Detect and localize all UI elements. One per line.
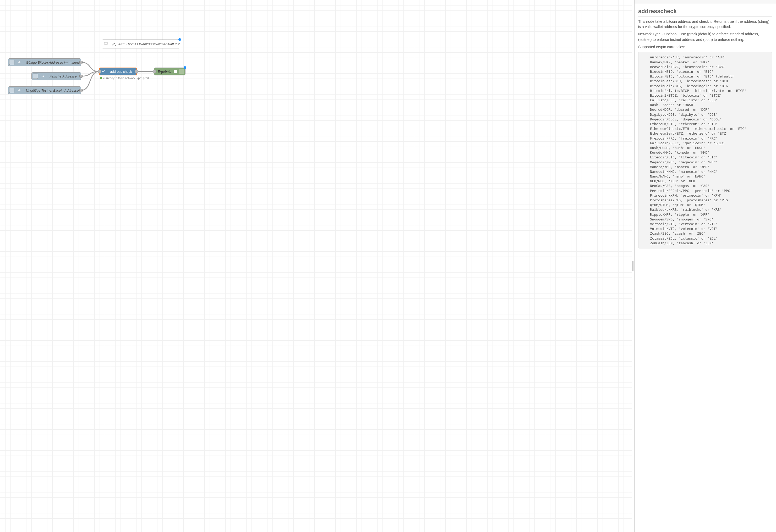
sidebar-tab-strip[interactable] [634,0,776,4]
inject-label: Falsche Addresse [47,74,81,78]
comment-node[interactable]: (c) 2021 Thomas Wenzlaff www.wenzlaff.in… [102,39,180,48]
help-content[interactable]: addresscheck This node take a bitcoin ad… [634,4,776,532]
wires [0,0,632,532]
debug-node[interactable]: Ergebnis [154,67,186,75]
debug-label: Ergebnis [154,70,174,73]
splitter-grip-icon [632,261,633,271]
output-port[interactable] [79,89,82,92]
comment-icon [102,40,110,48]
arrow-right-icon [39,72,47,80]
inject-node-invalid[interactable]: Falsche Addresse [31,72,81,80]
output-port[interactable] [79,61,82,64]
inject-trigger-button[interactable] [9,60,14,65]
inject-label: Ungültige Testnet Bitcoin Addresse [23,88,81,92]
help-paragraph: Network Type - Optional. Use (prod) (def… [638,31,772,42]
supported-currencies-list: Auroracoin/AUR, 'auroracoin' or 'AUR' Ba… [638,52,772,248]
arrow-right-icon [15,59,23,66]
output-port[interactable] [79,75,82,78]
help-paragraph: This node take a bitcoin address and che… [638,19,772,30]
output-port[interactable] [135,70,138,73]
changed-indicator [184,66,186,69]
node-status-text: currency: bitcoin networkType: prod [100,76,149,79]
comment-label: (c) 2021 Thomas Wenzlaff www.wenzlaff.in… [110,42,180,46]
input-port[interactable] [153,70,156,73]
debug-toggle-button[interactable] [179,69,184,74]
inject-node-invalid-testnet[interactable]: Ungültige Testnet Bitcoin Addresse [8,86,81,94]
address-check-node[interactable]: address check [99,67,137,75]
help-paragraph: Supported crypto currencies: [638,44,772,49]
debug-bars-icon [174,70,177,73]
inject-label: Gültige Bitcoin Addresse im mainnet [23,60,81,64]
arrow-right-icon [15,87,23,94]
input-port[interactable] [98,70,101,73]
inject-node-valid-mainnet[interactable]: Gültige Bitcoin Addresse im mainnet [8,58,81,66]
help-title: addresscheck [638,7,772,17]
changed-indicator [178,38,181,41]
sidebar-splitter[interactable] [632,0,634,532]
check-label: address check [108,70,137,73]
inject-trigger-button[interactable] [9,88,14,93]
inject-trigger-button[interactable] [33,73,38,79]
help-sidebar: addresscheck This node take a bitcoin ad… [634,0,776,532]
status-dot-icon [100,77,102,79]
status-label: currency: bitcoin networkType: prod [103,76,149,79]
flow-canvas[interactable]: (c) 2021 Thomas Wenzlaff www.wenzlaff.in… [0,0,632,532]
